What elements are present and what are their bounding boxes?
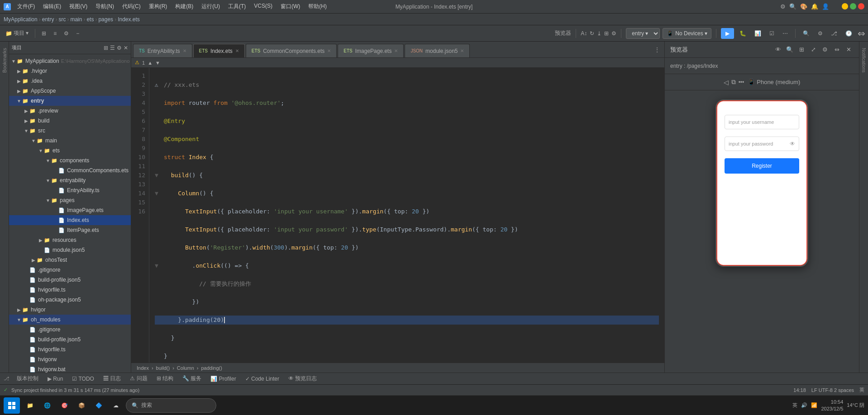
tree-item-commoncomponents[interactable]: ▶ 📄 CommonComponents.ets	[9, 165, 131, 175]
editor-breadcrumb-build[interactable]: build()	[156, 365, 170, 371]
breadcrumb-part-main[interactable]: main	[70, 16, 82, 23]
tab-index[interactable]: ETS Index.ets ✕	[193, 44, 245, 57]
tree-item-appscope[interactable]: ▶ 📁 AppScope	[9, 86, 131, 96]
tree-item-build-profile[interactable]: ▶ 📄 build-profile.json5	[9, 275, 131, 285]
bottom-tab-services[interactable]: 🔧 服务	[181, 374, 203, 383]
project-dropdown[interactable]: 📁 项目 ▾	[3, 28, 31, 39]
editor-breadcrumb-column[interactable]: Column	[177, 365, 194, 371]
tree-item-index[interactable]: ▶ 📄 Index.ets	[9, 215, 131, 225]
bottom-tab-log[interactable]: ☰ 日志	[101, 374, 123, 383]
menu-file[interactable]: 文件(F)	[14, 2, 38, 11]
code-content[interactable]: ⚠️// xxx.ets import router from '@ohos.r…	[149, 68, 664, 363]
close-button[interactable]: ✕	[858, 3, 864, 9]
taskbar-volume-icon[interactable]: 🔊	[801, 402, 807, 408]
tree-item-root-build-profile[interactable]: ▶ 📄 build-profile.json5	[9, 335, 131, 344]
menu-vcs[interactable]: VCS(S)	[250, 2, 276, 11]
preview-expand-icon[interactable]: ⇔	[832, 45, 842, 55]
phone-password-input[interactable]: input your password 👁	[725, 137, 799, 151]
refresh-icon[interactable]: ↻	[590, 30, 594, 37]
toolbar-collapse[interactable]: ≡	[51, 28, 59, 39]
taskbar-network-icon[interactable]: 📶	[811, 402, 817, 408]
warning-down-icon[interactable]: ▼	[155, 60, 160, 66]
paint-icon[interactable]: 🎨	[800, 3, 807, 10]
toolbar-gear[interactable]: ⚙	[61, 28, 72, 39]
fold-icon-11[interactable]: ▼	[155, 261, 164, 270]
sidebar-close-icon[interactable]: ✕	[124, 45, 128, 51]
tree-item-idea[interactable]: ▶ 📁 .idea	[9, 76, 131, 86]
taskbar-icon-browser[interactable]: 🌐	[40, 398, 54, 413]
devices-dropdown[interactable]: 📱 No Devices ▾	[663, 28, 711, 39]
warning-up-icon[interactable]: ▲	[148, 60, 153, 66]
user-icon[interactable]: 👤	[822, 3, 829, 10]
bottom-tab-profiler[interactable]: 📊 Profiler	[209, 375, 238, 383]
preview-inspect-icon[interactable]: 🔍	[785, 45, 795, 55]
tree-item-hvigorfile[interactable]: ▶ 📄 hvigorfile.ts	[9, 285, 131, 295]
download-icon[interactable]: ⤓	[597, 30, 601, 37]
preview-grid-icon[interactable]: ⊞	[796, 45, 806, 55]
status-encoding[interactable]: LF UTF-8 2 spaces	[811, 387, 854, 393]
menu-tools[interactable]: 工具(T)	[224, 2, 249, 11]
tree-item-ohostest[interactable]: ▶ 📁 ohosTest	[9, 255, 131, 265]
bottom-tab-todo[interactable]: ☑ TODO	[70, 375, 96, 383]
phone-register-button[interactable]: Register	[725, 158, 799, 174]
bottom-tab-preview-log[interactable]: 👁 预览日志	[286, 374, 319, 383]
preview-close-icon[interactable]: ✕	[844, 45, 854, 55]
bottom-tab-git[interactable]: 版本控制	[15, 374, 40, 383]
tree-item-root-hvigorfile[interactable]: ▶ 📄 hvigorfile.ts	[9, 344, 131, 354]
bottom-tab-linter[interactable]: ✓ Code Linter	[243, 375, 281, 383]
grid-icon[interactable]: ⊞	[604, 30, 609, 37]
taskbar-lang[interactable]: 英	[792, 402, 797, 409]
editor-breadcrumb-padding[interactable]: padding()	[201, 365, 222, 371]
coverage-button[interactable]: ☑	[767, 28, 777, 39]
status-line-col[interactable]: 14:18	[793, 387, 806, 393]
tree-item-module-json[interactable]: ▶ 📄 module.json5	[9, 245, 131, 255]
settings3-icon[interactable]: ⚙	[815, 28, 825, 39]
tree-item-gitignore[interactable]: ▶ 📄 .gitignore	[9, 265, 131, 275]
taskbar-icon-app3[interactable]: 🔷	[91, 398, 106, 413]
sidebar-list-icon[interactable]: ☰	[110, 45, 115, 51]
restore-button[interactable]: ❐	[850, 3, 856, 9]
settings-icon[interactable]: ⚙	[780, 3, 786, 10]
bottom-tab-problems[interactable]: ⚠ 问题	[128, 374, 149, 383]
search-icon[interactable]: 🔍	[789, 3, 796, 10]
breadcrumb-part-entry[interactable]: entry	[42, 16, 54, 23]
search2-icon[interactable]: 🔍	[800, 28, 812, 39]
bell-icon[interactable]: 🔔	[811, 3, 818, 10]
toolbar-minus[interactable]: −	[73, 28, 82, 39]
breadcrumb-part-ets[interactable]: ets	[86, 16, 94, 23]
tab-close-modulejson[interactable]: ✕	[460, 48, 464, 53]
taskbar-search[interactable]: 🔍 搜索	[126, 398, 216, 413]
minimize-button[interactable]: —	[842, 3, 848, 9]
menu-edit[interactable]: 编辑(E)	[39, 2, 65, 11]
bottom-tab-run[interactable]: ▶ Run	[46, 375, 65, 383]
tree-item-hvigor2[interactable]: ▶ 📁 hvigor	[9, 305, 131, 315]
breadcrumb-part-pages[interactable]: pages	[98, 16, 113, 23]
tree-item-hvigor[interactable]: ▶ 📁 .hvigor	[9, 66, 131, 76]
tree-item-components[interactable]: ▼ 📁 components	[9, 156, 131, 165]
tree-item-hvigorw[interactable]: ▶ 📄 hvigorw	[9, 354, 131, 364]
git-icon[interactable]: ⎇	[828, 28, 840, 39]
tree-item-entryability-ts[interactable]: ▶ 📄 EntryAbility.ts	[9, 185, 131, 195]
status-sync-icon[interactable]: ✓	[4, 387, 8, 393]
taskbar-time[interactable]: 10:54 2023/12/5	[821, 399, 843, 412]
tab-close-imagepage[interactable]: ✕	[394, 48, 398, 53]
preview-zoom-icon[interactable]: ⤢	[808, 45, 818, 55]
tree-item-entryability[interactable]: ▼ 📁 entryability	[9, 175, 131, 185]
bookmarks-vtab[interactable]: Bookmarks	[1, 45, 8, 75]
menu-refactor[interactable]: 重构(R)	[145, 2, 171, 11]
menu-nav[interactable]: 导航(N)	[92, 2, 118, 11]
tab-modulejson[interactable]: JSON module.json5 ✕	[405, 44, 470, 57]
tree-item-oh-package[interactable]: ▶ 📄 oh-package.json5	[9, 295, 131, 305]
taskbar-icon-app4[interactable]: ☁	[109, 398, 123, 413]
expand-icon[interactable]: ⇔	[858, 28, 865, 39]
tree-item-hvigorw-bat[interactable]: ▶ 📄 hvigorw.bat	[9, 364, 131, 373]
run-button[interactable]: ▶	[721, 28, 734, 39]
menu-view[interactable]: 视图(V)	[66, 2, 91, 11]
tree-item-resources[interactable]: ▶ 📁 resources	[9, 235, 131, 245]
editor-breadcrumb-index[interactable]: Index	[137, 365, 149, 371]
tab-close-commoncomponents[interactable]: ✕	[327, 48, 331, 53]
breadcrumb-part-file[interactable]: Index.ets	[118, 16, 140, 23]
taskbar-icon-app1[interactable]: 🎯	[57, 398, 72, 413]
sidebar-expand-icon[interactable]: ⊞	[104, 45, 108, 51]
device-more-btn[interactable]: •••	[739, 79, 744, 85]
